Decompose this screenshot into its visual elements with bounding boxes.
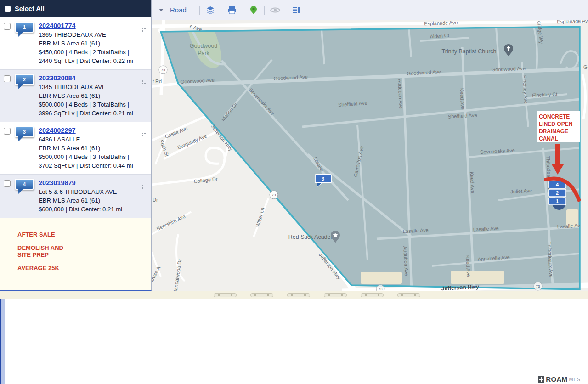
note-average: AVERAGE 25K	[17, 265, 74, 271]
map-pin-icon	[249, 5, 258, 15]
scroll-handle[interactable]	[361, 293, 384, 297]
map-style-label[interactable]: Road	[170, 6, 187, 14]
visibility-button[interactable]	[269, 5, 281, 16]
svg-text:2: 2	[556, 190, 559, 196]
toolbar-divider	[199, 6, 200, 15]
scroll-handle[interactable]	[324, 293, 347, 297]
listing-1-sqft: 2440 SqFt Lv | Dist Center: 0.22 mi	[39, 56, 139, 65]
listing-2-marker-icon: 2	[15, 74, 34, 85]
listing-4-marker-icon: 4	[15, 179, 34, 190]
listing-2-mls-link[interactable]: 2023020084	[39, 74, 76, 82]
map-toolbar: Road	[152, 0, 588, 20]
svg-text:Park: Park	[198, 50, 209, 56]
listing-1-marker-icon: 1	[15, 22, 34, 33]
listing-1-mls-link[interactable]: 2024001774	[39, 22, 76, 29]
roam-logo-icon	[538, 376, 544, 383]
drag-handle-icon[interactable]	[141, 28, 147, 33]
svg-text:Esplanade Av: Esplanade Av	[557, 20, 588, 24]
svg-text:College Dr: College Dr	[193, 176, 218, 184]
svg-text:CONCRETE: CONCRETE	[539, 113, 570, 120]
listing-item-1[interactable]: 1 2024001774 1365 THIBODEAUX AVE EBR MLS…	[0, 17, 151, 70]
print-button[interactable]	[226, 5, 238, 16]
listing-4-area: EBR MLS Area 61 (61)	[39, 196, 139, 205]
svg-text:Burgundy Ave: Burgundy Ave	[177, 133, 208, 150]
scroll-handle[interactable]	[287, 293, 310, 297]
note-after-sale: AFTER SALE	[17, 231, 74, 238]
svg-text:Trinity Baptist Church: Trinity Baptist Church	[441, 48, 496, 55]
listing-4-address: Lot 5 & 6 THIBODEAUX AVE	[39, 187, 139, 196]
select-all-label: Select All	[15, 5, 45, 12]
legend-list-icon	[292, 5, 302, 15]
scroll-handle[interactable]	[214, 293, 237, 297]
map-canvas[interactable]: Esplanade Ave Esplanade Av e Ave t Rd Dr…	[152, 20, 588, 292]
listing-2-address: 1345 THIBODEAUX AVE	[39, 83, 139, 91]
svg-text:t Rd: t Rd	[153, 79, 162, 84]
listing-1-address: 1365 THIBODEAUX AVE	[39, 30, 139, 39]
svg-text:Goodwood: Goodwood	[190, 43, 218, 49]
pin-drop-button[interactable]	[248, 5, 260, 16]
listing-3-marker-icon: 3	[15, 126, 34, 137]
svg-text:Castle Ave: Castle Ave	[164, 125, 188, 140]
column-resize-strip	[0, 291, 588, 299]
svg-text:Keed Ave: Keed Ave	[469, 171, 475, 193]
svg-text:Joliet Ave: Joliet Ave	[510, 188, 532, 194]
svg-text:73: 73	[536, 284, 540, 288]
svg-text:DRAINAGE: DRAINAGE	[539, 128, 568, 135]
svg-text:73: 73	[161, 68, 165, 72]
map-marker-2[interactable]: 2	[549, 189, 566, 197]
printer-icon	[227, 5, 237, 15]
listing-2-checkbox[interactable]	[4, 75, 11, 82]
scroll-handle[interactable]	[397, 293, 420, 297]
listing-1-checkbox[interactable]	[4, 23, 11, 30]
svg-text:Witter Ln: Witter Ln	[255, 207, 266, 228]
listing-2-area: EBR MLS Area 61 (61)	[39, 91, 139, 100]
brand-name: ROAM	[546, 375, 567, 383]
table-edge-strip	[0, 299, 5, 384]
scroll-handle[interactable]	[250, 293, 273, 297]
drag-handle-icon[interactable]	[141, 132, 147, 137]
svg-text:1: 1	[556, 198, 559, 204]
toolbar-divider	[264, 6, 265, 15]
layers-icon	[205, 5, 215, 15]
svg-text:CANAL: CANAL	[539, 136, 558, 142]
svg-text:LINED OPEN: LINED OPEN	[539, 121, 572, 127]
svg-text:73: 73	[272, 193, 276, 197]
sidebar-annotations: AFTER SALE DEMOLISH AND SITE PREP AVERAG…	[0, 218, 151, 271]
roam-mls-logo: ROAM MLS	[537, 375, 582, 383]
listing-4-mls-link[interactable]: 2023019879	[39, 179, 76, 186]
listings-panel: Select All 1 2024001774 1365 THIBODEAUX …	[0, 0, 152, 291]
svg-text:4: 4	[556, 182, 559, 187]
listing-item-2[interactable]: 2 2023020084 1345 THIBODEAUX AVE EBR MLS…	[0, 70, 151, 122]
listing-item-4[interactable]: 4 2023019879 Lot 5 & 6 THIBODEAUX AVE EB…	[0, 175, 151, 218]
listing-1-price: $450,000 | 4 Beds | 2 TotalBaths |	[39, 48, 139, 56]
listing-3-address: 6436 LASALLE	[39, 135, 139, 144]
map-marker-1[interactable]: 1	[549, 198, 566, 205]
svg-text:Dr: Dr	[153, 197, 158, 203]
svg-text:Berkshire Ave: Berkshire Ave	[156, 214, 186, 232]
brand-suffix: MLS	[569, 377, 581, 382]
listing-3-area: EBR MLS Area 61 (61)	[39, 144, 139, 152]
map-style-dropdown-icon[interactable]	[159, 9, 164, 11]
marker-number: 4	[23, 181, 26, 187]
eye-icon	[270, 5, 281, 15]
select-all-checkbox[interactable]	[5, 6, 11, 12]
drag-handle-icon[interactable]	[141, 185, 147, 190]
toolbar-divider	[286, 6, 286, 15]
listing-item-3[interactable]: 3 2024002297 6436 LASALLE EBR MLS Area 6…	[0, 122, 151, 175]
listing-3-checkbox[interactable]	[4, 128, 11, 135]
map-region: Road	[152, 0, 588, 292]
svg-text:Keed Ave: Keed Ave	[465, 255, 471, 277]
results-table-panel: ? Status Subdiv Pics MLS# Address Area C…	[0, 299, 588, 384]
legend-button[interactable]	[291, 5, 303, 16]
svg-text:73: 73	[379, 287, 383, 291]
listing-3-mls-link[interactable]: 2024002297	[39, 127, 76, 134]
drag-handle-icon[interactable]	[141, 80, 147, 85]
layers-button[interactable]	[204, 5, 216, 16]
toolbar-divider	[243, 6, 243, 15]
toolbar-divider	[221, 6, 221, 15]
marker-number: 3	[23, 129, 26, 135]
listing-4-checkbox[interactable]	[4, 180, 11, 187]
listing-3-sqft: 3702 SqFt Lv | Dist Center: 0.44 mi	[39, 161, 139, 170]
note-demolish: DEMOLISH AND SITE PREP	[17, 244, 74, 258]
marker-number: 1	[23, 24, 26, 30]
